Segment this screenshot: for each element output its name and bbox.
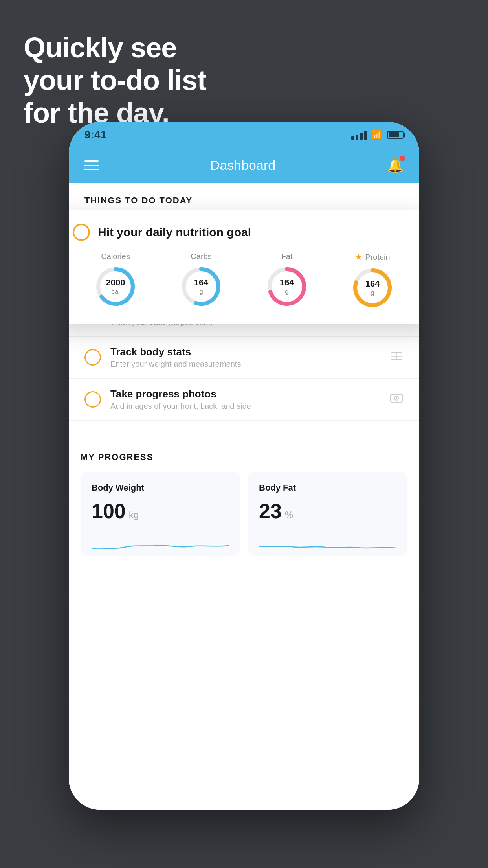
body-fat-title: Body Fat (259, 483, 396, 493)
calories-label: Calories (101, 252, 130, 261)
fat-value: 164 g (280, 278, 294, 296)
calories-ring: 2000 cal (94, 265, 137, 308)
progress-section: MY PROGRESS Body Weight 100 kg Body Fat (69, 436, 419, 556)
headline: Quickly see your to-do list for the day. (24, 31, 206, 129)
photos-circle (84, 391, 101, 408)
popup-card-title: Hit your daily nutrition goal (98, 226, 251, 239)
protein-label: ★ Protein (355, 252, 390, 262)
nutrition-carbs: Carbs 164 g (180, 252, 223, 308)
photos-text: Take progress photos Add images of your … (110, 388, 380, 411)
body-fat-sparkline (259, 531, 396, 554)
signal-icon (351, 130, 367, 140)
app-content: THINGS TO DO TODAY Hit your daily nutrit… (69, 183, 419, 810)
body-fat-card[interactable]: Body Fat 23 % (248, 472, 407, 556)
carbs-value: 164 g (194, 278, 209, 296)
protein-text: Protein (365, 253, 390, 262)
status-bar: 9:41 📶 (69, 122, 419, 147)
body-weight-title: Body Weight (92, 483, 229, 493)
photos-title: Take progress photos (110, 388, 380, 400)
nutrition-protein: ★ Protein 164 g (351, 252, 394, 309)
wifi-icon: 📶 (372, 130, 382, 140)
nutrition-popup-card: Hit your daily nutrition goal Calories 2… (69, 210, 419, 324)
body-stats-circle (84, 349, 101, 366)
carbs-label: Carbs (191, 252, 211, 261)
todo-item-photos[interactable]: Take progress photos Add images of your … (69, 379, 419, 421)
todo-item-body-stats[interactable]: Track body stats Enter your weight and m… (69, 337, 419, 379)
body-stats-icon (389, 350, 404, 365)
status-icons: 📶 (351, 130, 404, 140)
fat-ring: 164 g (265, 265, 308, 308)
body-stats-subtitle: Enter your weight and measurements (110, 360, 380, 369)
body-weight-value: 100 (92, 499, 126, 523)
phone-frame: 9:41 📶 Dashboard 🔔 TH (69, 122, 419, 810)
nutrition-row: Calories 2000 cal Carbs (73, 252, 415, 309)
nutrition-calories: Calories 2000 cal (94, 252, 137, 308)
carbs-ring: 164 g (180, 265, 223, 308)
body-stats-text: Track body stats Enter your weight and m… (110, 346, 380, 369)
body-weight-unit: kg (129, 509, 139, 520)
status-time: 9:41 (84, 129, 106, 141)
notification-bell[interactable]: 🔔 (387, 157, 404, 173)
calories-value: 2000 cal (106, 278, 125, 296)
app-header: Dashboard 🔔 (69, 147, 419, 183)
popup-card-header: Hit your daily nutrition goal (73, 224, 415, 241)
body-stats-title: Track body stats (110, 346, 380, 358)
body-fat-unit: % (285, 509, 293, 520)
headline-line2: your to-do list (24, 64, 206, 97)
protein-value: 164 g (365, 279, 380, 297)
svg-point-13 (396, 397, 397, 399)
fat-label: Fat (281, 252, 293, 261)
notification-dot (400, 156, 405, 161)
headline-line1: Quickly see (24, 31, 206, 64)
protein-ring: 164 g (351, 266, 394, 309)
progress-cards: Body Weight 100 kg Body Fat 23 % (81, 472, 407, 556)
battery-icon (387, 131, 404, 139)
photos-subtitle: Add images of your front, back, and side (110, 402, 380, 411)
things-today-header: THINGS TO DO TODAY (69, 183, 419, 212)
body-fat-value: 23 (259, 499, 282, 523)
body-weight-value-row: 100 kg (92, 499, 229, 523)
nutrition-circle-check (73, 224, 90, 241)
progress-section-title: MY PROGRESS (81, 452, 407, 462)
body-weight-sparkline (92, 531, 229, 554)
nutrition-fat: Fat 164 g (265, 252, 308, 308)
body-weight-card[interactable]: Body Weight 100 kg (81, 472, 240, 556)
star-icon: ★ (355, 252, 363, 262)
header-title: Dashboard (210, 158, 275, 173)
body-fat-value-row: 23 % (259, 499, 396, 523)
photos-icon (389, 392, 404, 407)
menu-button[interactable] (84, 160, 99, 170)
